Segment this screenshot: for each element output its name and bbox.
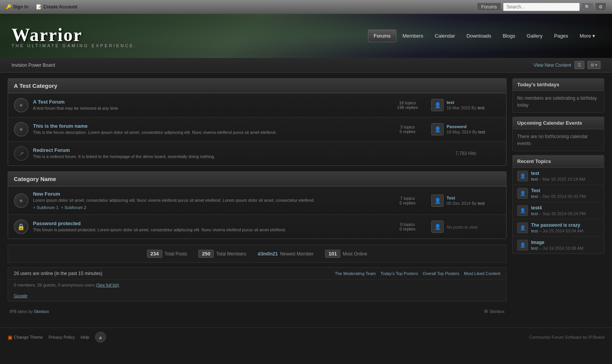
birthdays-header: Today's birthdays: [513, 79, 604, 91]
stat-total-posts: 234 Total Posts: [147, 250, 187, 258]
calendar-body: There are no forthcoming calendar events: [513, 129, 604, 151]
privacy-link[interactable]: Privacy Policy: [49, 335, 75, 339]
top-posters-today-link[interactable]: Today's Top Posters: [381, 271, 418, 276]
no-posts: No posts to view: [447, 225, 478, 229]
calendar-header: Upcoming Calendar Events: [513, 117, 604, 129]
nav-members[interactable]: Members: [397, 30, 429, 42]
rt-avatar-3: 👤: [517, 222, 528, 233]
grid-view-btn[interactable]: ⊞ ▾: [587, 61, 600, 69]
forum-desc-redirect: This is a redirect forum. It is linked t…: [33, 154, 427, 160]
forum-info-test: A Test Forum A test forum that may be re…: [33, 99, 384, 111]
sign-in-link[interactable]: 🔑 Sign In: [6, 4, 28, 10]
nav-gallery[interactable]: Gallery: [521, 30, 548, 42]
category-2-header: Category Name: [8, 172, 506, 186]
forum-replies-3: 5 replies: [388, 201, 427, 205]
lock-icon: 🔒: [17, 223, 25, 231]
rt-meta-2: test – Sep 30 2014 09:24 PM: [531, 211, 599, 216]
forum-icon-name: ●: [14, 122, 28, 137]
online-users-list: Google: [8, 290, 506, 301]
online-links: The Moderating Team Today's Top Posters …: [335, 271, 500, 276]
main-layout: A Test Category ● A Test Forum A test fo…: [0, 72, 612, 324]
skinbox-link[interactable]: Skinbox: [34, 309, 49, 314]
rss-icon: ▣: [8, 334, 12, 340]
footer-row: ▣ Change Theme Privacy Policy Help ▲ Com…: [8, 332, 604, 343]
last-post-title-2[interactable]: Password: [447, 124, 485, 129]
newest-member-label: Newest Member: [280, 251, 313, 257]
forum-topics: 18 topics: [388, 100, 427, 105]
forum-name-password[interactable]: Password protected: [33, 221, 81, 226]
last-post-title[interactable]: test: [447, 100, 484, 105]
forum-desc-name: This is the forum description. Lorem ips…: [33, 130, 384, 135]
most-online-label: Most Online: [343, 251, 367, 257]
rt-title-0[interactable]: test: [531, 171, 599, 176]
rt-info-2: test4 test – Sep 30 2014 09:24 PM: [531, 205, 599, 216]
last-post-info-4: No posts to view: [447, 224, 478, 229]
recent-topic-0: 👤 test test – Mar 16 2015 10:18 AM: [513, 168, 604, 185]
forum-stats-name: 3 topics 5 replies: [388, 125, 427, 134]
top-bar-right: Forums 🔍 ⚙: [477, 3, 606, 11]
breadcrumb: Invision Power Board View New Content ☰ …: [0, 58, 612, 72]
most-liked-link[interactable]: Most Liked Content: [464, 271, 500, 276]
subforum-2-link[interactable]: Subforum 2: [64, 205, 86, 210]
nav-more[interactable]: More ▾: [574, 30, 600, 42]
category-1-header: A Test Category: [8, 79, 506, 93]
subforum-1-link[interactable]: Subforum 1: [36, 205, 58, 210]
total-members-label: Total Members: [216, 251, 246, 257]
rt-title-4[interactable]: Image: [531, 240, 599, 245]
rt-avatar-0: 👤: [517, 171, 528, 181]
nav-calendar[interactable]: Calendar: [429, 30, 460, 42]
rt-title-1[interactable]: Test: [531, 188, 599, 193]
forum-icon-redirect: ↗: [14, 146, 28, 161]
folder-icon: ●: [19, 102, 23, 109]
overall-top-posters-link[interactable]: Overall Top Posters: [422, 271, 459, 276]
recent-topic-2: 👤 test4 test – Sep 30 2014 09:24 PM: [513, 202, 604, 219]
rt-title-3[interactable]: The password is crazy: [531, 222, 599, 228]
forum-name-new[interactable]: New Forum: [33, 191, 60, 197]
forum-info-redirect: Redirect Forum This is a redirect forum.…: [33, 147, 427, 160]
moderating-team-link[interactable]: The Moderating Team: [335, 271, 376, 276]
list-view-btn[interactable]: ☰: [574, 61, 584, 69]
category-1: A Test Category ● A Test Forum A test fo…: [8, 78, 506, 166]
forums-dropdown-btn[interactable]: Forums: [477, 3, 501, 11]
help-link[interactable]: Help: [81, 335, 89, 339]
forum-name-test[interactable]: A Test Forum: [33, 99, 64, 105]
rt-title-2[interactable]: test4: [531, 205, 599, 211]
footer-software-credit: Community Forum Software by IP.Board: [529, 335, 604, 339]
forum-last-post-password: 👤 No posts to view: [431, 221, 500, 233]
birthdays-box: Today's birthdays No members are celebra…: [512, 78, 604, 113]
newest-member-value[interactable]: d3m0n21: [258, 251, 278, 257]
forum-desc-test: A test forum that may be removed at any …: [33, 105, 384, 111]
site-logo: Warrior The Ultimate Gaming Experience.: [12, 24, 137, 48]
search-button[interactable]: 🔍: [582, 3, 593, 11]
google-user-link[interactable]: Google: [14, 293, 27, 298]
stat-most-online: 101 Most Online: [325, 250, 367, 258]
forum-name-name[interactable]: This is the forum name: [33, 123, 87, 129]
nav-downloads[interactable]: Downloads: [461, 30, 497, 42]
see-full-list-link[interactable]: (See full list): [96, 283, 119, 287]
total-posts-value: 234: [147, 250, 162, 258]
forum-row-password: 🔒 Password protected This forum is passw…: [8, 215, 506, 239]
rss-link[interactable]: ▣ Change Theme: [8, 334, 43, 340]
view-new-content-link[interactable]: View New Content: [533, 63, 571, 68]
rt-info-4: Image test – Jul 24 2014 10:08 AM: [531, 240, 599, 250]
search-input[interactable]: [503, 3, 580, 11]
rt-meta-4: test – Jul 24 2014 10:08 AM: [531, 246, 599, 250]
nav-forums[interactable]: Forums: [368, 30, 396, 42]
breadcrumb-right: View New Content ☰ ⊞ ▾: [533, 61, 600, 69]
nav-pages[interactable]: Pages: [549, 30, 574, 42]
nav-blogs[interactable]: Blogs: [497, 30, 521, 42]
last-post-avatar-3: 👤: [431, 194, 444, 207]
forum-topics-2: 3 topics: [388, 125, 427, 129]
settings-button[interactable]: ⚙: [595, 3, 606, 11]
last-post-title-3[interactable]: Test: [447, 196, 485, 200]
total-posts-label: Total Posts: [165, 251, 187, 257]
online-header: 26 users are online (in the past 15 minu…: [8, 268, 506, 280]
scroll-top-btn[interactable]: ▲: [95, 332, 106, 343]
online-bar: 26 users are online (in the past 15 minu…: [8, 267, 506, 301]
stat-total-members: 250 Total Members: [198, 250, 246, 258]
recent-topic-4: 👤 Image test – Jul 24 2014 10:08 AM: [513, 237, 604, 254]
create-account-link[interactable]: 📝 Create Account: [36, 4, 77, 10]
forum-name-redirect[interactable]: Redirect Forum: [33, 147, 70, 153]
forum-last-post-name: 👤 Password 19 May 2014 By test: [431, 123, 500, 135]
top-bar-left: 🔑 Sign In 📝 Create Account: [6, 4, 77, 10]
